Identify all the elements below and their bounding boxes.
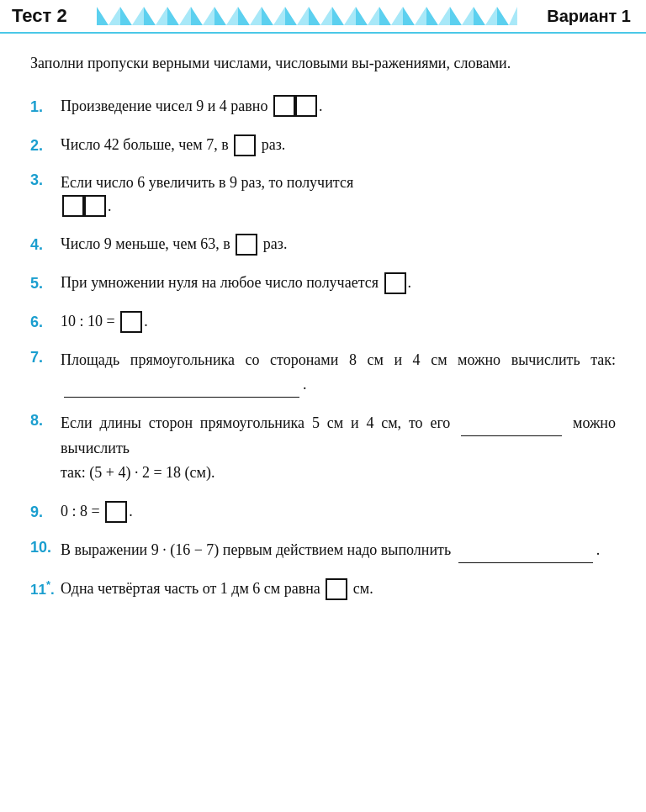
test-title: Тест 2	[12, 5, 67, 27]
q7-number: 7.	[30, 348, 61, 366]
q9-answer[interactable]	[105, 501, 127, 523]
main-content: Заполни пропуски верными числами, числов…	[0, 34, 646, 631]
q5-answer[interactable]	[384, 272, 406, 294]
q9-text: 0 : 8 = .	[61, 499, 616, 524]
q4-text: Число 9 меньше, чем 63, в раз.	[61, 232, 616, 256]
question-11: 11*. Одна четвёртая часть от 1 дм 6 см р…	[30, 577, 616, 602]
q11-number: 11*.	[30, 577, 61, 601]
q1-box2[interactable]	[295, 95, 317, 117]
question-2: 2. Число 42 больше, чем 7, в раз.	[30, 133, 616, 158]
zigzag-decoration	[97, 7, 517, 25]
variant-label: Вариант 1	[547, 7, 631, 26]
q7-body: Площадь прямоугольника со сторонами 8 см…	[61, 348, 616, 398]
q2-number: 2.	[30, 133, 61, 158]
q3-text: Если число 6 увеличить в 9 раз, то получ…	[61, 171, 616, 195]
question-7: 7. Площадь прямоугольника со сторонами 8…	[30, 348, 616, 398]
question-6: 6. 10 : 10 = .	[30, 309, 616, 335]
q3-number: 3.	[30, 171, 61, 189]
q1-text: Произведение чисел 9 и 4 равно .	[61, 94, 616, 119]
q10-number: 10.	[30, 538, 61, 556]
q8-answer[interactable]	[461, 423, 562, 436]
q2-text: Число 42 больше, чем 7, в раз.	[61, 133, 616, 157]
q7-answer[interactable]	[64, 384, 299, 398]
question-9: 9. 0 : 8 = .	[30, 499, 616, 525]
q1-number: 1.	[30, 94, 61, 119]
question-1: 1. Произведение чисел 9 и 4 равно .	[30, 94, 616, 119]
question-8: 8. Если длины сторон прямоугольника 5 см…	[30, 411, 616, 486]
q6-number: 6.	[30, 309, 61, 335]
q5-text: При умножении нуля на любое число получа…	[61, 271, 616, 295]
q8-line1: Если длины сторон прямоугольника 5 см и …	[61, 411, 616, 461]
q11-answer[interactable]	[326, 578, 347, 600]
question-5: 5. При умножении нуля на любое число пол…	[30, 271, 616, 296]
q3-box2[interactable]	[84, 195, 106, 217]
q5-number: 5.	[30, 271, 61, 296]
q3-answer[interactable]	[62, 196, 106, 218]
intro-text: Заполни пропуски верными числами, числов…	[30, 52, 616, 76]
q1-answer[interactable]	[273, 96, 317, 118]
q3-row: 3. Если число 6 увеличить в 9 раз, то по…	[30, 171, 616, 195]
q3-answer-row: .	[61, 197, 616, 219]
q11-star: *	[46, 578, 50, 591]
q10-body: В выражении 9 · (16 − 7) первым действие…	[61, 538, 616, 563]
q9-number: 9.	[30, 499, 61, 525]
q8-line2: так: (5 + 4) · 2 = 18 (см).	[61, 461, 616, 486]
q4-answer[interactable]	[236, 234, 257, 256]
question-3: 3. Если число 6 увеличить в 9 раз, то по…	[30, 171, 616, 219]
q10-text: В выражении 9 · (16 − 7) первым действие…	[61, 538, 616, 563]
q2-answer[interactable]	[234, 134, 256, 156]
q7-text: Площадь прямоугольника со сторонами 8 см…	[61, 348, 616, 398]
question-4: 4. Число 9 меньше, чем 63, в раз.	[30, 232, 616, 257]
q4-number: 4.	[30, 232, 61, 257]
q8-number: 8.	[30, 411, 61, 430]
header-left: Тест 2	[12, 5, 67, 27]
q8-body: Если длины сторон прямоугольника 5 см и …	[61, 411, 616, 486]
question-10: 10. В выражении 9 · (16 − 7) первым дейс…	[30, 538, 616, 563]
q11-text: Одна четвёртая часть от 1 дм 6 см равна …	[61, 577, 616, 601]
q10-answer[interactable]	[458, 550, 593, 563]
q6-answer[interactable]	[120, 311, 142, 333]
q1-box1[interactable]	[273, 95, 295, 117]
q6-text: 10 : 10 = .	[61, 309, 616, 334]
header: Тест 2 Вариант 1	[0, 0, 646, 34]
q3-box1[interactable]	[62, 195, 84, 217]
